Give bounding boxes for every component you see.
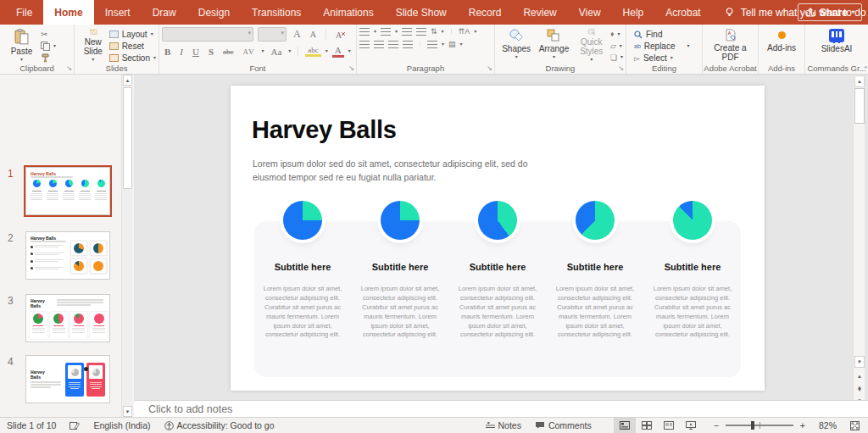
paragraph-dialog-launcher-icon[interactable]: ↘ (487, 65, 492, 72)
zoom-slider-thumb[interactable] (751, 421, 754, 430)
slide-intro-textbox[interactable]: Lorem ipsum dolor sed do sit amet, conse… (253, 157, 541, 185)
share-button[interactable]: Share ▾ (798, 3, 862, 21)
harvey-ball-column[interactable]: Subtitle here Lorem ipsum dolor sit amet… (648, 201, 737, 340)
font-color-button[interactable]: A (332, 45, 344, 58)
format-painter-button[interactable] (41, 53, 56, 63)
tab-design[interactable]: Design (187, 0, 241, 25)
fit-to-window-button[interactable] (843, 418, 868, 433)
tab-insert[interactable]: Insert (94, 0, 142, 25)
section-button[interactable]: Section▾ (109, 53, 156, 63)
shape-outline-button[interactable]: ▱▾ (610, 42, 623, 51)
new-slide-button[interactable]: New Slide ▾ (77, 27, 109, 62)
column-body-text[interactable]: Lorem ipsum dolor sit amet, consectetur … (551, 285, 640, 340)
slide-thumbnail-4[interactable]: Harvey Balls (25, 355, 110, 403)
next-slide-icon[interactable]: ▼▼ (854, 385, 865, 397)
harvey-ball-column[interactable]: Subtitle here Lorem ipsum dolor sit amet… (259, 201, 348, 340)
slide-1-editor[interactable]: Harvey Balls Lorem ipsum dolor sed do si… (231, 86, 765, 391)
notes-placeholder[interactable]: Click to add notes (148, 403, 232, 415)
slide-sorter-view-button[interactable] (636, 418, 658, 433)
pie-chart-4[interactable] (576, 201, 615, 240)
tab-acrobat[interactable]: Acrobat (654, 0, 711, 25)
harvey-ball-column[interactable]: Subtitle here Lorem ipsum dolor sit amet… (551, 201, 640, 340)
slide-thumbnail-1[interactable]: Harvey Balls (25, 167, 110, 215)
decrease-indent-icon[interactable] (402, 28, 412, 36)
tab-view[interactable]: View (568, 0, 612, 25)
text-highlight-button[interactable]: abc (305, 46, 321, 57)
replace-button[interactable]: ab Replace ▾ (634, 42, 690, 51)
column-subtitle[interactable]: Subtitle here (648, 262, 737, 272)
tab-file[interactable]: File (5, 0, 43, 25)
tab-slide-show[interactable]: Slide Show (385, 0, 458, 25)
column-body-text[interactable]: Lorem ipsum dolor sit amet, consectetur … (356, 285, 445, 340)
zoom-slider[interactable] (726, 425, 793, 426)
quick-styles-button[interactable]: Quick Styles ▾ (573, 27, 610, 62)
find-button[interactable]: Find (634, 30, 690, 39)
tab-record[interactable]: Record (458, 0, 513, 25)
clipboard-dialog-launcher-icon[interactable]: ↘ (66, 65, 72, 72)
cut-button[interactable]: ✂ (41, 30, 56, 39)
main-scrollbar[interactable]: ▲ ▼ ▲▲ ▼▼ (853, 75, 865, 400)
normal-view-button[interactable] (614, 418, 636, 433)
notes-pane[interactable]: Click to add notes (134, 400, 868, 417)
numbering-icon[interactable] (381, 28, 391, 36)
strikethrough-button[interactable]: abc (220, 47, 236, 56)
paste-button[interactable]: Paste ▾ (3, 27, 41, 62)
column-body-text[interactable]: Lorem ipsum dolor sit amet, consectetur … (259, 285, 348, 340)
column-subtitle[interactable]: Subtitle here (259, 262, 348, 272)
scrollbar-thumb[interactable] (123, 87, 132, 189)
scrollbar-thumb[interactable] (854, 88, 865, 124)
underline-button[interactable]: U (190, 47, 202, 57)
align-right-icon[interactable] (388, 41, 398, 48)
tab-review[interactable]: Review (512, 0, 567, 25)
change-case-button[interactable]: Aa (268, 47, 284, 57)
drawing-dialog-launcher-icon[interactable]: ↘ (618, 65, 624, 72)
slidesai-button[interactable]: SlidesAI (818, 27, 856, 62)
bold-button[interactable]: B (162, 47, 173, 57)
character-spacing-button[interactable]: AV (241, 47, 258, 56)
slide-title-textbox[interactable]: Harvey Balls (252, 116, 397, 144)
font-dialog-launcher-icon[interactable]: ↘ (348, 65, 354, 72)
column-subtitle[interactable]: Subtitle here (356, 262, 445, 272)
align-left-icon[interactable] (359, 41, 370, 48)
align-center-icon[interactable] (374, 41, 384, 48)
tab-draw[interactable]: Draw (142, 0, 187, 25)
zoom-level-button[interactable]: 82% (812, 418, 843, 433)
slideshow-view-button[interactable] (680, 418, 702, 433)
thumbnail-panel-scrollbar[interactable]: ▲ ▼ (121, 75, 132, 417)
font-name-combobox[interactable] (162, 27, 253, 42)
italic-button[interactable]: I (177, 47, 186, 57)
scroll-down-icon[interactable]: ▼ (854, 356, 865, 368)
pie-chart-5[interactable] (673, 201, 712, 240)
font-size-combobox[interactable] (258, 27, 287, 42)
decrease-font-size-button[interactable]: A (308, 30, 319, 39)
shapes-button[interactable]: Shapes ▾ (498, 27, 535, 62)
shape-fill-button[interactable]: ♦▾ (610, 30, 623, 39)
clear-formatting-button[interactable]: A (333, 31, 348, 39)
reset-button[interactable]: Reset (109, 42, 156, 51)
notes-toggle-button[interactable]: Notes (479, 418, 528, 433)
increase-indent-icon[interactable] (416, 28, 426, 36)
column-body-text[interactable]: Lorem ipsum dolor sit amet, consectetur … (648, 285, 737, 340)
scroll-down-icon[interactable]: ▼ (123, 406, 132, 417)
collapse-ribbon-icon[interactable]: ⌃ (862, 66, 868, 73)
increase-font-size-button[interactable]: A (291, 28, 303, 41)
zoom-in-button[interactable]: + (797, 418, 812, 433)
column-body-text[interactable]: Lorem ipsum dolor sit amet, consectetur … (453, 285, 542, 340)
harvey-ball-column[interactable]: Subtitle here Lorem ipsum dolor sit amet… (356, 201, 445, 340)
column-subtitle[interactable]: Subtitle here (551, 262, 640, 272)
spell-check-button[interactable] (63, 418, 86, 433)
select-button[interactable]: ▻ Select ▾ (634, 53, 690, 63)
comments-toggle-button[interactable]: Comments (528, 418, 598, 433)
pie-chart-1[interactable] (283, 201, 322, 240)
tab-help[interactable]: Help (612, 0, 655, 25)
justify-icon[interactable] (403, 41, 413, 48)
scroll-up-icon[interactable]: ▲ (123, 75, 132, 86)
slide-thumbnail-2[interactable]: Harvey Balls (25, 231, 110, 280)
arrange-button[interactable]: Arrange ▾ (535, 27, 572, 62)
layout-button[interactable]: Layout▾ (109, 30, 156, 39)
create-pdf-button[interactable]: A Create a PDF (711, 27, 749, 62)
language-button[interactable]: English (India) (86, 418, 157, 433)
text-direction-icon[interactable]: ⇈A (459, 27, 470, 36)
accessibility-button[interactable]: Accessibility: Good to go (158, 418, 281, 433)
slide-thumbnail-3[interactable]: Harvey Balls (25, 294, 110, 342)
